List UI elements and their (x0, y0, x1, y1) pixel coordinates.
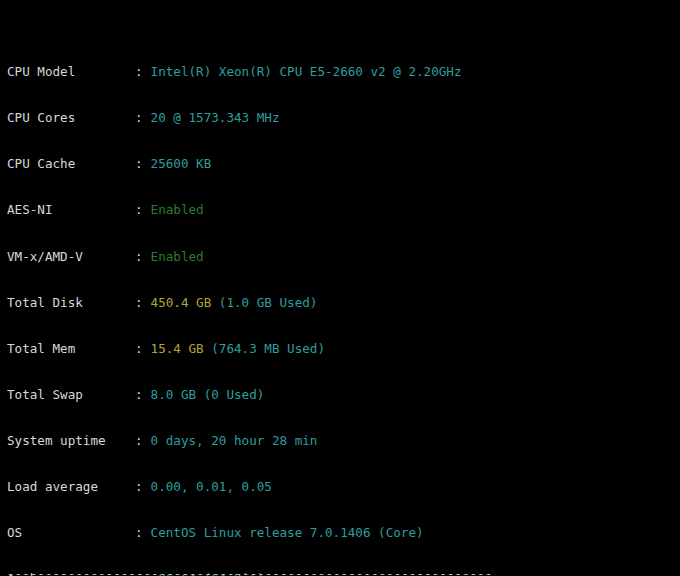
sysinfo-row-total-swap: Total Swap:8.0 GB (0 Used) (7, 387, 680, 402)
sysinfo-value: 8.0 GB (0 Used) (143, 387, 265, 402)
colon: : (135, 249, 143, 264)
sysinfo-value: 25600 KB (143, 156, 212, 171)
sysinfo-value: 15.4 GB (143, 341, 204, 356)
sysinfo-label: OS (7, 525, 135, 540)
colon: : (135, 479, 143, 494)
colon: : (135, 202, 143, 217)
sysinfo-row-vmx: VM-x/AMD-V:Enabled (7, 249, 680, 264)
sysinfo-label: VM-x/AMD-V (7, 249, 135, 264)
sysinfo-label: CPU Cache (7, 156, 135, 171)
sysinfo-row-aes-ni: AES-NI:Enabled (7, 202, 680, 217)
sysinfo-row-total-mem: Total Mem:15.4 GB (764.3 MB Used) (7, 341, 680, 356)
sysinfo-value-extra: (1.0 GB Used) (211, 295, 317, 310)
colon: : (135, 525, 143, 540)
sysinfo-label: AES-NI (7, 202, 135, 217)
sysinfo-value: Enabled (143, 202, 204, 217)
sysinfo-label: Total Mem (7, 341, 135, 356)
sysinfo-label: Load average (7, 479, 135, 494)
sysinfo-value: 0 days, 20 hour 28 min (143, 433, 318, 448)
sysinfo-value: 0.00, 0.01, 0.05 (143, 479, 272, 494)
sysinfo-label: CPU Model (7, 64, 135, 79)
sysinfo-row-cpu-model: CPU Model:Intel(R) Xeon(R) CPU E5-2660 v… (7, 64, 680, 79)
sysinfo-value: CentOS Linux release 7.0.1406 (Core) (143, 525, 424, 540)
sysinfo-value: Enabled (143, 249, 204, 264)
colon: : (135, 341, 143, 356)
sysinfo-label: System uptime (7, 433, 135, 448)
sysinfo-row-load: Load average:0.00, 0.01, 0.05 (7, 479, 680, 494)
sysinfo-value-extra: (764.3 MB Used) (204, 341, 325, 356)
colon: : (135, 156, 143, 171)
sysinfo-value: 20 @ 1573.343 MHz (143, 110, 280, 125)
sysinfo-row-total-disk: Total Disk:450.4 GB (1.0 GB Used) (7, 295, 680, 310)
colon: : (135, 433, 143, 448)
sysinfo-row-cpu-cache: CPU Cache:25600 KB (7, 156, 680, 171)
separator-line-partial: ----------------------------------------… (7, 566, 492, 576)
terminal-screen[interactable]: CPU Model:Intel(R) Xeon(R) CPU E5-2660 v… (0, 0, 680, 576)
sysinfo-value: 450.4 GB (143, 295, 212, 310)
sysinfo-label: Total Disk (7, 295, 135, 310)
sysinfo-label: CPU Cores (7, 110, 135, 125)
colon: : (135, 295, 143, 310)
colon: : (135, 387, 143, 402)
colon: : (135, 110, 143, 125)
sysinfo-row-uptime: System uptime:0 days, 20 hour 28 min (7, 433, 680, 448)
sysinfo-value: Intel(R) Xeon(R) CPU E5-2660 v2 @ 2.20GH… (143, 64, 462, 79)
colon: : (135, 64, 143, 79)
sysinfo-label: Total Swap (7, 387, 135, 402)
sysinfo-row-cpu-cores: CPU Cores:20 @ 1573.343 MHz (7, 110, 680, 125)
sysinfo-row-os: OS:CentOS Linux release 7.0.1406 (Core) (7, 525, 680, 540)
